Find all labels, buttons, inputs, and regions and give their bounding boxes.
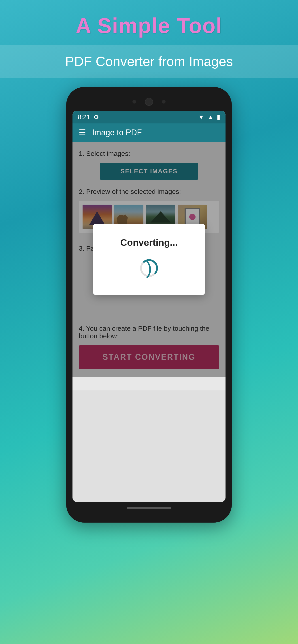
phone-screen: 8:21 ⚙ ▼ ▲ ▮ ☰ Image to PDF 1. Select im…	[73, 111, 225, 502]
phone-speaker	[132, 100, 136, 104]
converting-dialog: Converting... )	[93, 224, 205, 295]
phone-device: 8:21 ⚙ ▼ ▲ ▮ ☰ Image to PDF 1. Select im…	[66, 87, 232, 522]
page-subtitle: PDF Converter from Images	[0, 54, 298, 69]
status-time: 8:21	[78, 114, 90, 121]
app-bar-title: Image to PDF	[92, 128, 142, 137]
page-title: A Simple Tool	[9, 14, 289, 38]
status-bar: 8:21 ⚙ ▼ ▲ ▮	[73, 111, 225, 124]
wifi-icon: ▼	[198, 114, 204, 121]
home-bar	[127, 507, 171, 509]
menu-icon[interactable]: ☰	[79, 128, 86, 137]
screen-content: 1. Select images: SELECT IMAGES 2. Previ…	[73, 142, 225, 377]
phone-bottom	[73, 502, 225, 512]
status-icons: ▼ ▲ ▮	[198, 113, 220, 121]
phone-top	[73, 94, 225, 111]
page-header: A Simple Tool	[0, 0, 298, 45]
nav-area	[73, 377, 225, 390]
phone-camera	[145, 98, 153, 106]
status-time-group: 8:21 ⚙	[78, 113, 99, 121]
converting-overlay: Converting... )	[73, 142, 225, 377]
phone-sensor	[162, 100, 166, 104]
settings-icon: ⚙	[93, 113, 99, 121]
spinner-char: )	[146, 259, 152, 277]
signal-icon: ▲	[207, 114, 214, 121]
app-bar: ☰ Image to PDF	[73, 124, 225, 142]
spinner: )	[140, 259, 158, 277]
phone-wrapper: 8:21 ⚙ ▼ ▲ ▮ ☰ Image to PDF 1. Select im…	[0, 87, 298, 522]
battery-icon: ▮	[217, 113, 220, 121]
converting-text: Converting...	[111, 237, 187, 248]
subtitle-bar: PDF Converter from Images	[0, 45, 298, 78]
